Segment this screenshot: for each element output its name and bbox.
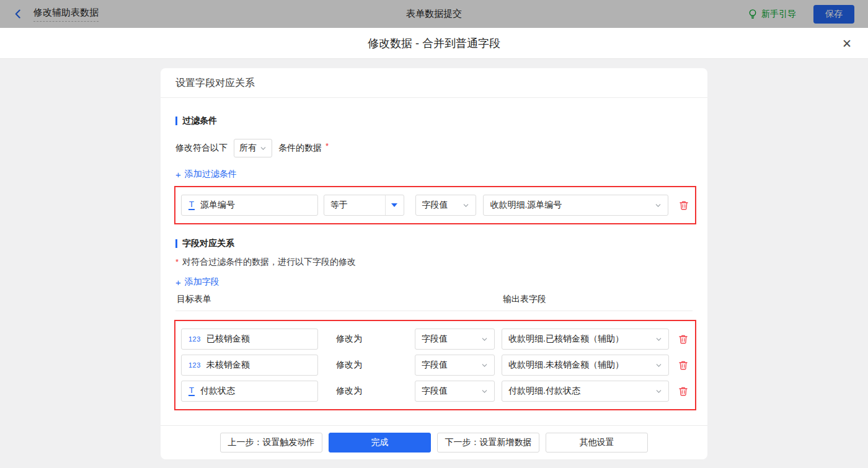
trash-icon: [678, 200, 689, 211]
modify-to-label: 修改为: [336, 386, 371, 397]
mapping-columns-header: 目标表单 输出表字段: [175, 294, 693, 311]
match-prefix-label: 修改符合以下: [175, 143, 228, 154]
filter-value-type-select[interactable]: 字段值: [415, 195, 477, 216]
output-field-select[interactable]: 付款明细.付款状态: [502, 381, 669, 402]
trash-icon: [678, 360, 689, 371]
mapping-rows-highlight-box: 123 已核销金额 修改为 字段值 收款明细.已核销金额（辅助）: [174, 320, 696, 410]
output-field-value: 收款明细.未核销金额（辅助）: [508, 360, 624, 371]
filter-field-name: 源单编号: [200, 200, 235, 211]
chevron-down-icon: [463, 202, 469, 209]
value-type-select[interactable]: 字段值: [415, 381, 495, 402]
output-field-select[interactable]: 收款明细.未核销金额（辅助）: [502, 355, 669, 376]
trash-icon: [678, 333, 689, 345]
filter-value: 收款明细.源单编号: [490, 200, 562, 211]
delete-row-icon[interactable]: [678, 360, 689, 371]
add-filter-condition-link[interactable]: + 添加过滤条件: [175, 169, 237, 180]
mapping-row: T 付款状态 修改为 字段值 付款明细.付款状态: [181, 381, 689, 402]
number-field-icon: 123: [188, 361, 201, 369]
chevron-down-icon: [481, 336, 488, 343]
chevron-down-icon: [260, 145, 267, 152]
text-field-icon: T: [188, 386, 195, 396]
chevron-down-icon: [481, 388, 488, 395]
output-field-select[interactable]: 收款明细.已核销金额（辅助）: [502, 329, 669, 350]
value-type: 字段值: [422, 360, 448, 371]
add-field-label: 添加字段: [185, 276, 219, 288]
operator-select[interactable]: 等于: [324, 195, 404, 216]
dialog-body: 设置字段对应关系 过滤条件 修改符合以下 所有 条件的数据 * + 添加过滤条件: [0, 59, 868, 468]
caret-section[interactable]: [385, 195, 404, 215]
trash-icon: [678, 386, 689, 397]
topbar-actions: 新手引导 保存: [748, 5, 854, 24]
filter-match-row: 修改符合以下 所有 条件的数据 *: [175, 139, 693, 157]
card-body: 过滤条件 修改符合以下 所有 条件的数据 * + 添加过滤条件 T 源单编号: [161, 98, 707, 425]
next-step-button[interactable]: 下一步：设置新增数据: [437, 433, 539, 453]
dialog-header: 修改数据 - 合并到普通字段 ✕: [0, 28, 868, 59]
chevron-down-icon: [655, 202, 662, 209]
chevron-down-icon: [655, 362, 662, 369]
text-field-icon: T: [188, 200, 195, 210]
filter-section-title: 过滤条件: [175, 115, 693, 126]
settings-card: 设置字段对应关系 过滤条件 修改符合以下 所有 条件的数据 * + 添加过滤条件: [161, 68, 707, 459]
delete-row-icon[interactable]: [678, 333, 689, 345]
match-mode-select[interactable]: 所有: [234, 139, 272, 157]
modify-to-label: 修改为: [336, 360, 371, 371]
target-field-input[interactable]: 123 已核销金额: [181, 329, 318, 350]
required-asterisk: *: [175, 257, 179, 267]
column-target-form: 目标表单: [175, 294, 503, 305]
delete-row-icon[interactable]: [678, 386, 689, 397]
card-heading: 设置字段对应关系: [161, 68, 707, 98]
mapping-row: 123 未核销金额 修改为 字段值 收款明细.未核销金额（辅助）: [181, 355, 689, 376]
match-mode-value: 所有: [239, 143, 257, 154]
number-field-icon: 123: [188, 335, 201, 343]
back-button[interactable]: 修改辅助表数据: [14, 7, 99, 22]
value-type-select[interactable]: 字段值: [415, 355, 495, 376]
target-field-input[interactable]: 123 未核销金额: [181, 355, 318, 376]
mapping-section-title: 字段对应关系: [175, 238, 693, 249]
page-title: 表单数据提交: [406, 8, 462, 20]
match-suffix-label: 条件的数据: [278, 143, 322, 154]
target-field-name: 付款状态: [200, 386, 235, 397]
beginner-guide-link[interactable]: 新手引导: [748, 9, 796, 20]
close-icon[interactable]: ✕: [842, 37, 852, 49]
output-field-value: 付款明细.付款状态: [508, 386, 580, 397]
lightbulb-icon: [748, 9, 758, 19]
filter-section-label: 过滤条件: [182, 115, 217, 126]
filter-value-type: 字段值: [422, 200, 448, 211]
section-accent-bar: [175, 239, 177, 248]
chevron-down-icon: [481, 362, 488, 369]
operator-value: 等于: [324, 200, 348, 211]
prev-step-button[interactable]: 上一步：设置触发动作: [220, 433, 322, 453]
mapping-description-text: 对符合过滤条件的数据，进行以下字段的修改: [182, 257, 356, 268]
chevron-down-icon: [655, 336, 662, 343]
dialog-title: 修改数据 - 合并到普通字段: [368, 36, 500, 51]
caret-down-icon: [391, 203, 397, 207]
section-accent-bar: [175, 117, 177, 125]
back-label: 修改辅助表数据: [33, 7, 99, 22]
delete-condition-icon[interactable]: [678, 200, 689, 211]
mapping-description: * 对符合过滤条件的数据，进行以下字段的修改: [175, 257, 693, 268]
filter-value-select[interactable]: 收款明细.源单编号: [483, 195, 668, 216]
output-field-value: 收款明细.已核销金额（辅助）: [508, 333, 624, 345]
filter-field-input[interactable]: T 源单编号: [181, 195, 318, 216]
add-field-link[interactable]: + 添加字段: [175, 276, 219, 288]
add-filter-label: 添加过滤条件: [185, 169, 237, 180]
value-type: 字段值: [422, 333, 448, 345]
guide-label: 新手引导: [761, 9, 796, 20]
column-output-field: 输出表字段: [503, 294, 546, 305]
modify-to-label: 修改为: [336, 333, 371, 345]
filter-condition-highlight-box: T 源单编号 等于 字段值 收款明细.源单编号: [174, 186, 696, 224]
chevron-down-icon: [655, 388, 662, 395]
save-button[interactable]: 保存: [813, 5, 854, 24]
plus-icon: +: [175, 170, 181, 179]
target-field-name: 已核销金额: [206, 333, 250, 345]
required-asterisk: *: [326, 141, 329, 151]
target-field-input[interactable]: T 付款状态: [181, 381, 318, 402]
chevron-left-icon: [14, 9, 23, 19]
dialog-footer: 上一步：设置触发动作 完成 下一步：设置新增数据 其他设置: [161, 425, 707, 459]
value-type: 字段值: [422, 386, 448, 397]
mapping-section-label: 字段对应关系: [182, 238, 234, 249]
done-button[interactable]: 完成: [329, 433, 431, 453]
value-type-select[interactable]: 字段值: [415, 329, 495, 350]
mapping-row: 123 已核销金额 修改为 字段值 收款明细.已核销金额（辅助）: [181, 329, 689, 350]
other-settings-button[interactable]: 其他设置: [546, 433, 648, 453]
